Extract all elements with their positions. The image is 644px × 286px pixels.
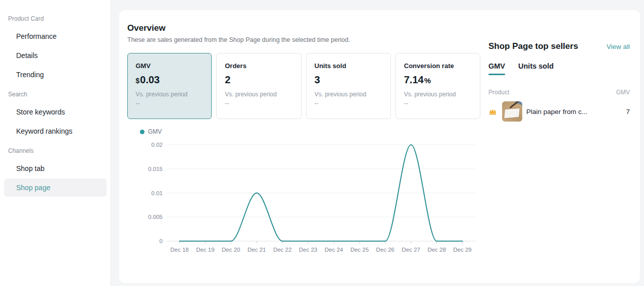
sidebar-item-details[interactable]: Details xyxy=(4,46,107,65)
top-sellers-tabs: GMVUnits sold xyxy=(488,62,630,75)
sidebar-item-trending[interactable]: Trending xyxy=(4,66,107,84)
metric-label: GMV xyxy=(136,62,204,70)
sidebar-section-label: Product Card xyxy=(0,15,111,27)
svg-text:Dec 18: Dec 18 xyxy=(170,247,188,253)
product-name: Plain paper from c... xyxy=(526,108,622,116)
tab-active-underline xyxy=(518,74,554,75)
svg-text:Dec 23: Dec 23 xyxy=(299,247,317,253)
metric-compare-label: Vs. previous period xyxy=(315,91,382,98)
metric-card-units-sold[interactable]: Units sold3Vs. previous period-- xyxy=(306,53,391,119)
top-sellers-column-headers: Product GMV xyxy=(488,89,630,96)
metric-compare-value: -- xyxy=(315,100,382,107)
main-content: Overview These are sales generated from … xyxy=(111,0,644,286)
svg-text:Dec 24: Dec 24 xyxy=(325,247,343,253)
metric-value-number: 3 xyxy=(315,74,320,85)
metric-compare-value: -- xyxy=(225,100,292,107)
top-sellers-tab-units-sold[interactable]: Units sold xyxy=(518,62,554,75)
view-all-link[interactable]: View all xyxy=(607,43,630,50)
svg-text:0.02: 0.02 xyxy=(152,142,163,148)
metric-label: Orders xyxy=(225,62,292,70)
sidebar-item-keyword-rankings[interactable]: Keyword rankings xyxy=(4,122,107,140)
metric-value: 7.14% xyxy=(404,74,472,86)
top-sellers-title: Shop Page top sellers xyxy=(488,41,578,51)
sidebar-item-performance[interactable]: Performance xyxy=(4,27,107,45)
gmv-chart-svg: 00.0050.010.0150.02Dec 18Dec 19Dec 20Dec… xyxy=(127,136,476,257)
column-header-metric: GMV xyxy=(616,89,630,96)
product-metric-value: 7 xyxy=(626,108,630,116)
legend-label: GMV xyxy=(148,128,162,135)
tab-label: GMV xyxy=(488,62,505,70)
metric-value-suffix: % xyxy=(424,76,431,85)
sidebar-section-search: SearchStore keywordsKeyword rankings xyxy=(0,91,111,140)
sidebar-section-label: Search xyxy=(0,91,111,103)
sidebar: Product CardPerformanceDetailsTrendingSe… xyxy=(0,0,111,286)
top-sellers-rows: Plain paper from c...7 xyxy=(488,101,630,122)
overview-section: Overview These are sales generated from … xyxy=(119,10,488,283)
sidebar-section-channels: ChannelsShop tabShop page xyxy=(0,147,111,197)
metric-value-number: 2 xyxy=(225,74,230,85)
svg-text:Dec 20: Dec 20 xyxy=(222,247,240,253)
metric-compare-label: Vs. previous period xyxy=(136,91,204,98)
svg-text:Dec 27: Dec 27 xyxy=(402,247,420,253)
tab-active-underline xyxy=(488,74,505,75)
svg-text:Dec 26: Dec 26 xyxy=(376,247,394,253)
table-row[interactable]: Plain paper from c...7 xyxy=(488,101,630,122)
metric-card-conversion-rate[interactable]: Conversion rate7.14%Vs. previous period-… xyxy=(395,53,480,119)
metric-label: Units sold xyxy=(315,62,382,70)
sidebar-item-shop-tab[interactable]: Shop tab xyxy=(4,159,107,178)
svg-text:0: 0 xyxy=(160,238,163,244)
metric-label: Conversion rate xyxy=(404,62,472,70)
metric-value-number: 0.03 xyxy=(140,74,160,85)
pen-shape xyxy=(509,101,521,108)
gmv-line-chart: 00.0050.010.0150.02Dec 18Dec 19Dec 20Dec… xyxy=(127,136,480,257)
metric-value: 2 xyxy=(225,74,292,86)
top-sellers-header: Shop Page top sellers View all xyxy=(488,41,630,51)
svg-text:0.015: 0.015 xyxy=(148,166,163,172)
page-subtitle: These are sales generated from the Shop … xyxy=(127,36,480,43)
metric-compare-label: Vs. previous period xyxy=(225,91,292,98)
main-card: Overview These are sales generated from … xyxy=(119,10,640,283)
top-sellers-tab-gmv[interactable]: GMV xyxy=(488,62,505,75)
metric-value: $0.03 xyxy=(136,74,204,86)
tab-label: Units sold xyxy=(518,62,554,70)
metric-compare-value: -- xyxy=(136,100,204,107)
metric-card-orders[interactable]: Orders2Vs. previous period-- xyxy=(216,53,301,119)
top-sellers-panel: Shop Page top sellers View all GMVUnits … xyxy=(488,10,640,283)
svg-text:Dec 21: Dec 21 xyxy=(247,247,266,253)
svg-text:Dec 28: Dec 28 xyxy=(427,247,445,253)
page-title: Overview xyxy=(127,23,480,33)
app-window: Product CardPerformanceDetailsTrendingSe… xyxy=(0,0,644,286)
sidebar-item-shop-page[interactable]: Shop page xyxy=(4,179,107,197)
crown-icon xyxy=(488,107,497,116)
svg-text:0.005: 0.005 xyxy=(148,214,163,220)
svg-text:Dec 25: Dec 25 xyxy=(351,247,369,253)
column-header-product: Product xyxy=(488,89,509,96)
svg-text:Dec 22: Dec 22 xyxy=(273,247,291,253)
sidebar-section-label: Channels xyxy=(0,147,111,159)
metric-compare-value: -- xyxy=(404,100,472,107)
svg-text:0.01: 0.01 xyxy=(152,190,163,196)
sidebar-item-store-keywords[interactable]: Store keywords xyxy=(4,103,107,121)
svg-text:Dec 19: Dec 19 xyxy=(196,247,214,253)
product-thumbnail xyxy=(502,101,522,122)
svg-text:Dec 29: Dec 29 xyxy=(453,247,471,253)
metric-compare-label: Vs. previous period xyxy=(404,91,472,98)
metric-cards-row: GMV$0.03Vs. previous period--Orders2Vs. … xyxy=(127,53,480,119)
metric-value-prefix: $ xyxy=(136,77,140,85)
metric-value: 3 xyxy=(315,74,382,86)
legend-dot-icon xyxy=(140,130,144,134)
metric-card-gmv[interactable]: GMV$0.03Vs. previous period-- xyxy=(127,53,212,119)
paper-shape xyxy=(504,108,519,119)
metric-value-number: 7.14 xyxy=(404,74,424,85)
chart-legend[interactable]: GMV xyxy=(127,128,480,135)
sidebar-section-product-card: Product CardPerformanceDetailsTrending xyxy=(0,15,111,84)
